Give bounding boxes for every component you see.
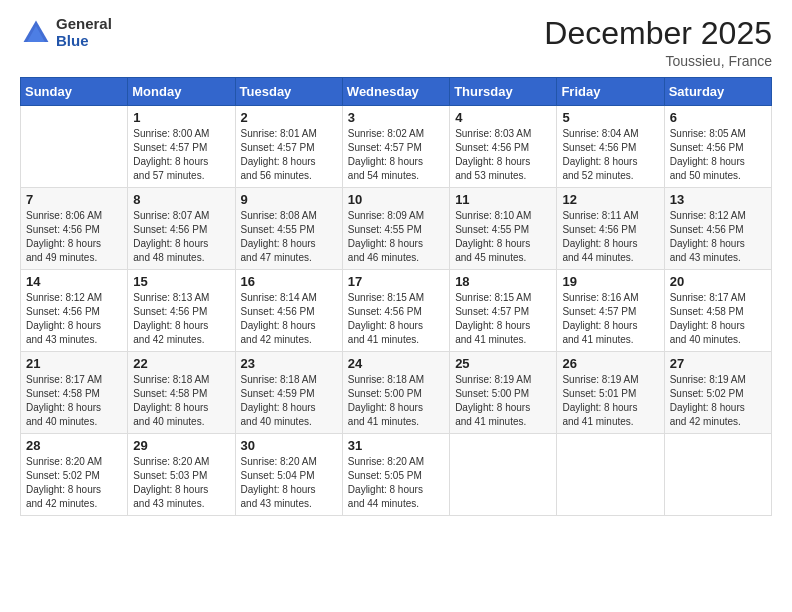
sunset-text: Sunset: 4:55 PM [241,223,337,237]
sunrise-text: Sunrise: 8:12 AM [26,291,122,305]
table-row: 19Sunrise: 8:16 AMSunset: 4:57 PMDayligh… [557,270,664,352]
day-info: Sunrise: 8:06 AMSunset: 4:56 PMDaylight:… [26,209,122,265]
daylight-text-2: and 43 minutes. [670,251,766,265]
daylight-text: Daylight: 8 hours [133,319,229,333]
day-number: 18 [455,274,551,289]
table-row: 29Sunrise: 8:20 AMSunset: 5:03 PMDayligh… [128,434,235,516]
day-info: Sunrise: 8:13 AMSunset: 4:56 PMDaylight:… [133,291,229,347]
sunrise-text: Sunrise: 8:12 AM [670,209,766,223]
day-number: 19 [562,274,658,289]
table-row: 24Sunrise: 8:18 AMSunset: 5:00 PMDayligh… [342,352,449,434]
logo-blue-text: Blue [56,33,112,50]
table-row: 26Sunrise: 8:19 AMSunset: 5:01 PMDayligh… [557,352,664,434]
day-info: Sunrise: 8:15 AMSunset: 4:56 PMDaylight:… [348,291,444,347]
sunset-text: Sunset: 4:57 PM [562,305,658,319]
daylight-text-2: and 41 minutes. [562,415,658,429]
sunrise-text: Sunrise: 8:02 AM [348,127,444,141]
sunrise-text: Sunrise: 8:14 AM [241,291,337,305]
table-row: 27Sunrise: 8:19 AMSunset: 5:02 PMDayligh… [664,352,771,434]
sunset-text: Sunset: 4:58 PM [670,305,766,319]
daylight-text-2: and 53 minutes. [455,169,551,183]
sunrise-text: Sunrise: 8:08 AM [241,209,337,223]
sunset-text: Sunset: 4:58 PM [133,387,229,401]
daylight-text: Daylight: 8 hours [348,401,444,415]
day-number: 10 [348,192,444,207]
daylight-text: Daylight: 8 hours [670,237,766,251]
daylight-text: Daylight: 8 hours [455,155,551,169]
table-row: 10Sunrise: 8:09 AMSunset: 4:55 PMDayligh… [342,188,449,270]
table-row: 8Sunrise: 8:07 AMSunset: 4:56 PMDaylight… [128,188,235,270]
logo: General Blue [20,16,112,49]
day-number: 8 [133,192,229,207]
table-row: 28Sunrise: 8:20 AMSunset: 5:02 PMDayligh… [21,434,128,516]
daylight-text: Daylight: 8 hours [133,237,229,251]
table-row: 13Sunrise: 8:12 AMSunset: 4:56 PMDayligh… [664,188,771,270]
day-info: Sunrise: 8:10 AMSunset: 4:55 PMDaylight:… [455,209,551,265]
sunrise-text: Sunrise: 8:13 AM [133,291,229,305]
month-title: December 2025 [544,16,772,51]
sunrise-text: Sunrise: 8:17 AM [26,373,122,387]
day-info: Sunrise: 8:01 AMSunset: 4:57 PMDaylight:… [241,127,337,183]
day-info: Sunrise: 8:19 AMSunset: 5:00 PMDaylight:… [455,373,551,429]
day-number: 4 [455,110,551,125]
sunset-text: Sunset: 5:00 PM [455,387,551,401]
daylight-text: Daylight: 8 hours [348,237,444,251]
sunset-text: Sunset: 4:55 PM [455,223,551,237]
sunrise-text: Sunrise: 8:20 AM [133,455,229,469]
sunrise-text: Sunrise: 8:17 AM [670,291,766,305]
sunrise-text: Sunrise: 8:07 AM [133,209,229,223]
table-row: 21Sunrise: 8:17 AMSunset: 4:58 PMDayligh… [21,352,128,434]
days-header-row: Sunday Monday Tuesday Wednesday Thursday… [21,78,772,106]
table-row: 6Sunrise: 8:05 AMSunset: 4:56 PMDaylight… [664,106,771,188]
header: General Blue December 2025 Toussieu, Fra… [20,16,772,69]
day-number: 14 [26,274,122,289]
daylight-text-2: and 44 minutes. [348,497,444,511]
calendar-week-row: 1Sunrise: 8:00 AMSunset: 4:57 PMDaylight… [21,106,772,188]
location: Toussieu, France [544,53,772,69]
day-number: 15 [133,274,229,289]
day-number: 30 [241,438,337,453]
sunset-text: Sunset: 4:56 PM [670,141,766,155]
day-info: Sunrise: 8:02 AMSunset: 4:57 PMDaylight:… [348,127,444,183]
day-info: Sunrise: 8:17 AMSunset: 4:58 PMDaylight:… [670,291,766,347]
header-saturday: Saturday [664,78,771,106]
header-sunday: Sunday [21,78,128,106]
daylight-text: Daylight: 8 hours [562,319,658,333]
sunset-text: Sunset: 4:56 PM [26,223,122,237]
sunset-text: Sunset: 4:55 PM [348,223,444,237]
daylight-text-2: and 42 minutes. [26,497,122,511]
calendar-table: Sunday Monday Tuesday Wednesday Thursday… [20,77,772,516]
daylight-text: Daylight: 8 hours [26,319,122,333]
daylight-text: Daylight: 8 hours [455,401,551,415]
day-info: Sunrise: 8:15 AMSunset: 4:57 PMDaylight:… [455,291,551,347]
daylight-text-2: and 45 minutes. [455,251,551,265]
sunset-text: Sunset: 4:57 PM [455,305,551,319]
sunset-text: Sunset: 4:57 PM [133,141,229,155]
daylight-text-2: and 50 minutes. [670,169,766,183]
sunset-text: Sunset: 5:04 PM [241,469,337,483]
sunrise-text: Sunrise: 8:04 AM [562,127,658,141]
daylight-text: Daylight: 8 hours [348,483,444,497]
day-info: Sunrise: 8:19 AMSunset: 5:02 PMDaylight:… [670,373,766,429]
header-wednesday: Wednesday [342,78,449,106]
sunset-text: Sunset: 4:56 PM [455,141,551,155]
title-block: December 2025 Toussieu, France [544,16,772,69]
sunrise-text: Sunrise: 8:11 AM [562,209,658,223]
sunrise-text: Sunrise: 8:05 AM [670,127,766,141]
sunrise-text: Sunrise: 8:18 AM [241,373,337,387]
sunset-text: Sunset: 4:56 PM [348,305,444,319]
day-info: Sunrise: 8:09 AMSunset: 4:55 PMDaylight:… [348,209,444,265]
day-number: 9 [241,192,337,207]
table-row: 18Sunrise: 8:15 AMSunset: 4:57 PMDayligh… [450,270,557,352]
day-number: 26 [562,356,658,371]
table-row: 7Sunrise: 8:06 AMSunset: 4:56 PMDaylight… [21,188,128,270]
table-row: 4Sunrise: 8:03 AMSunset: 4:56 PMDaylight… [450,106,557,188]
sunset-text: Sunset: 4:56 PM [133,305,229,319]
sunrise-text: Sunrise: 8:18 AM [133,373,229,387]
day-info: Sunrise: 8:00 AMSunset: 4:57 PMDaylight:… [133,127,229,183]
day-number: 22 [133,356,229,371]
sunset-text: Sunset: 5:05 PM [348,469,444,483]
daylight-text: Daylight: 8 hours [562,155,658,169]
day-number: 25 [455,356,551,371]
daylight-text-2: and 43 minutes. [133,497,229,511]
